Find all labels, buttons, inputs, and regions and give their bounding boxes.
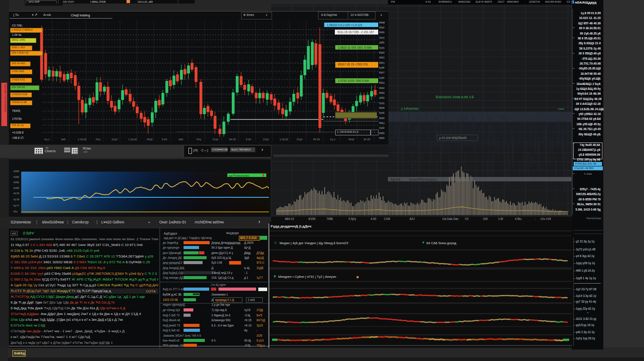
svg-text:①02/2020 1008-6:50 1①: ①02/2020 1008-6:50 1①	[435, 95, 474, 99]
svg-text:μ 41 Unit W3j2S6a39: μ 41 Unit W3j2S6a39	[439, 136, 467, 140]
svg-text:рұкל7к3кк2ккк5к1: рұкל7к3кк2ккк5к1	[229, 174, 250, 177]
svg-text:Agr Da: Agr Da	[391, 178, 400, 181]
svg-text:maxɴ: maxɴ	[558, 108, 564, 110]
svg-text:μ 1sPydctulia: μ 1sPydctulia	[401, 107, 418, 111]
svg-text:Head45Pjm4wrga2a: Head45Pjm4wrga2a	[409, 178, 437, 181]
